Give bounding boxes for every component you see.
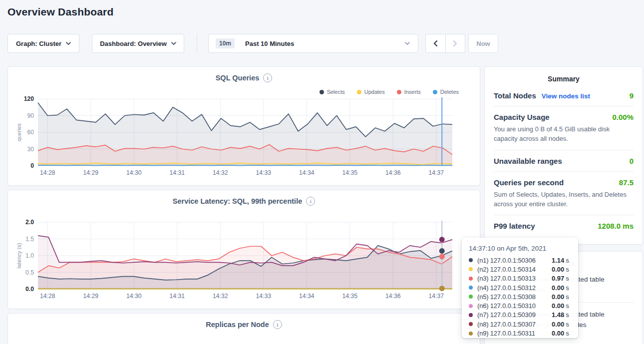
tooltip-row: (n5) 127.0.0.1:503080.00s <box>469 292 571 301</box>
node-color-dot <box>469 267 473 271</box>
sql-queries-card: SQL Queries i SelectsUpdatesInsertsDelet… <box>7 66 480 186</box>
tooltip-row: (n7) 127.0.0.1:503091.48s <box>469 311 571 320</box>
hover-tooltip: 14:37:10 on Apr 5th, 2021 (n1) 127.0.0.1… <box>462 238 578 338</box>
service-latency-plot[interactable]: 14:2814:2914:3014:3114:3214:3314:3414:35… <box>15 218 472 308</box>
next-range-button[interactable] <box>446 34 465 52</box>
summary-row: P99 latency1208.0 ms <box>494 215 634 236</box>
summary-row-head: Total NodesView nodes list9 <box>494 91 634 100</box>
time-range-nav <box>425 34 465 53</box>
svg-text:14:28: 14:28 <box>40 293 55 300</box>
tooltip-row: (n2) 127.0.0.1:503140.00s <box>469 265 571 274</box>
graph-selector-button[interactable]: Graph: Cluster <box>7 34 79 53</box>
summary-row-desc: Sum of Selects, Updates, Inserts, and De… <box>494 190 634 209</box>
replicas-per-node-card: Replicas per Node i <box>7 313 480 344</box>
time-range-badge: 10m <box>216 38 235 48</box>
tooltip-node-unit: s <box>566 284 569 292</box>
summary-title: Summary <box>485 75 643 83</box>
dashboard-selector-label: Dashboard: Overview <box>100 40 167 47</box>
node-color-dot <box>469 322 473 326</box>
summary-row-value: 9 <box>630 91 634 100</box>
node-color-dot <box>469 277 473 281</box>
node-color-dot <box>469 332 473 336</box>
summary-row-head: Unavailable ranges0 <box>494 157 634 165</box>
info-icon[interactable]: i <box>263 73 272 82</box>
summary-row-label: P99 latency <box>494 222 535 230</box>
now-button[interactable]: Now <box>468 34 498 53</box>
svg-text:14:35: 14:35 <box>342 293 358 300</box>
summary-row-head: Capacity Usage0.00% <box>494 113 634 121</box>
prev-range-button[interactable] <box>426 34 446 52</box>
svg-text:14:34: 14:34 <box>299 293 315 300</box>
legend-item-deletes[interactable]: Deletes <box>433 89 459 95</box>
legend-label: Deletes <box>440 89 459 95</box>
tooltip-node-value: 0.00 <box>552 293 564 301</box>
svg-text:60: 60 <box>27 129 34 136</box>
svg-text:14:29: 14:29 <box>83 169 99 176</box>
info-icon[interactable]: i <box>273 320 282 329</box>
svg-text:14:37: 14:37 <box>429 293 444 300</box>
svg-text:14:30: 14:30 <box>126 169 142 176</box>
tooltip-node-label: (n1) 127.0.0.1:50306 <box>477 257 552 264</box>
tooltip-node-unit: s <box>566 321 569 328</box>
svg-text:14:36: 14:36 <box>385 169 401 176</box>
view-nodes-link[interactable]: View nodes list <box>542 92 590 100</box>
service-latency-title: Service Latency: SQL, 99th percentile <box>173 197 303 205</box>
tooltip-timestamp: 14:37:10 on Apr 5th, 2021 <box>469 245 571 252</box>
summary-row-label: Unavailable ranges <box>494 157 562 165</box>
summary-row-head: P99 latency1208.0 ms <box>494 222 634 230</box>
svg-text:1.5: 1.5 <box>25 236 34 243</box>
legend-item-inserts[interactable]: Inserts <box>397 89 421 95</box>
svg-text:latency (s): latency (s) <box>16 243 22 269</box>
chevron-down-icon <box>66 42 71 45</box>
node-color-dot <box>469 295 473 299</box>
legend-item-updates[interactable]: Updates <box>357 89 385 95</box>
svg-text:14:31: 14:31 <box>170 169 185 176</box>
page-title: Overview Dashboard <box>7 6 114 18</box>
tooltip-node-value: 0.00 <box>552 266 564 273</box>
tooltip-node-value: 0.00 <box>552 302 564 310</box>
tooltip-node-value: 1.14 <box>552 257 564 264</box>
tooltip-row: (n1) 127.0.0.1:503061.14s <box>469 256 571 265</box>
sql-queries-title: SQL Queries <box>216 74 260 82</box>
svg-text:14:33: 14:33 <box>256 169 272 176</box>
svg-text:14:30: 14:30 <box>126 293 142 300</box>
series-color-dot <box>357 90 361 94</box>
chevron-down-icon <box>171 42 176 45</box>
tooltip-node-unit: s <box>566 266 569 273</box>
svg-text:14:35: 14:35 <box>342 169 358 176</box>
time-range-selector[interactable]: 10m Past 10 Minutes <box>208 34 418 53</box>
summary-row: Capacity Usage0.00%You are using 0 B of … <box>494 106 634 150</box>
tooltip-node-label: (n4) 127.0.0.1:50312 <box>477 284 552 292</box>
chevron-right-icon <box>453 40 457 47</box>
tooltip-node-value: 1.48 <box>552 311 564 319</box>
sql-queries-legend: SelectsUpdatesInsertsDeletes <box>320 89 459 95</box>
summary-row-head: Queries per second87.5 <box>494 178 634 187</box>
tooltip-node-label: (n2) 127.0.0.1:50314 <box>477 266 552 273</box>
series-color-dot <box>433 90 437 94</box>
tooltip-row: (n8) 127.0.0.1:503070.00s <box>469 320 571 329</box>
svg-text:14:37: 14:37 <box>429 169 444 176</box>
tooltip-node-unit: s <box>566 330 569 337</box>
tooltip-node-label: (n6) 127.0.0.1:50310 <box>477 302 552 310</box>
svg-text:30: 30 <box>27 146 34 153</box>
legend-item-selects[interactable]: Selects <box>320 89 345 95</box>
svg-text:14:29: 14:29 <box>83 293 99 300</box>
tooltip-row: (n4) 127.0.0.1:503120.00s <box>469 283 571 292</box>
tooltip-node-label: (n9) 127.0.0.1:50311 <box>477 330 552 337</box>
node-color-dot <box>469 286 473 290</box>
info-icon[interactable]: i <box>306 197 315 206</box>
tooltip-node-label: (n8) 127.0.0.1:50307 <box>477 321 552 328</box>
summary-row-value: 0.00% <box>612 113 634 121</box>
svg-text:0: 0 <box>30 162 34 169</box>
dashboard-selector-button[interactable]: Dashboard: Overview <box>92 34 184 53</box>
tooltip-node-label: (n5) 127.0.0.1:50308 <box>477 293 552 301</box>
svg-text:queries: queries <box>16 123 22 141</box>
svg-text:14:32: 14:32 <box>213 293 228 300</box>
svg-text:14:36: 14:36 <box>385 293 401 300</box>
series-color-dot <box>320 90 324 94</box>
summary-row-desc: You are using 0 B of 4.5 GiB usable disk… <box>494 125 634 144</box>
toolbar-divider <box>197 34 197 53</box>
tooltip-row: (n6) 127.0.0.1:503100.00s <box>469 301 571 310</box>
summary-row: Total NodesView nodes list9 <box>494 85 634 106</box>
sql-queries-plot[interactable]: 14:2814:2914:3014:3114:3214:3314:3414:35… <box>15 95 472 185</box>
